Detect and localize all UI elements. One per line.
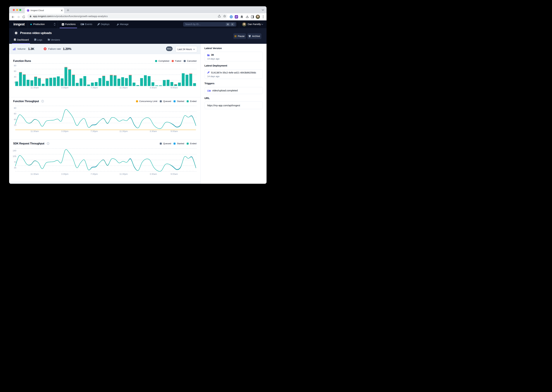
svg-text:9:00am: 9:00am: [171, 173, 178, 175]
svg-text:3:30pm: 3:30pm: [61, 86, 68, 89]
svg-text:11:30pm: 11:30pm: [119, 173, 128, 175]
svg-text:7:30pm: 7:30pm: [90, 130, 98, 133]
svg-text:3:30pm: 3:30pm: [61, 173, 68, 175]
svg-text:3:30am: 3:30am: [150, 173, 157, 175]
svg-text:11:30am: 11:30am: [30, 130, 39, 133]
svg-text:70: 70: [14, 161, 16, 163]
svg-text:3:30am: 3:30am: [150, 130, 157, 133]
svg-text:80: 80: [14, 64, 16, 67]
svg-text:11:30am: 11:30am: [30, 86, 39, 89]
svg-text:80: 80: [14, 107, 16, 109]
svg-text:7:30pm: 7:30pm: [90, 86, 98, 89]
svg-text:3:30pm: 3:30pm: [61, 130, 68, 133]
svg-text:11:30am: 11:30am: [30, 173, 39, 175]
svg-text:9:00am: 9:00am: [171, 130, 178, 133]
svg-text:20: 20: [14, 124, 16, 126]
svg-text:105: 105: [13, 155, 16, 158]
svg-text:140: 140: [13, 149, 16, 152]
svg-text:11:30pm: 11:30pm: [119, 130, 128, 133]
svg-text:40: 40: [14, 76, 16, 78]
svg-text:35: 35: [14, 167, 16, 169]
svg-text:3:30am: 3:30am: [150, 86, 157, 89]
svg-text:60: 60: [14, 70, 16, 72]
svg-text:11:30pm: 11:30pm: [119, 86, 128, 89]
svg-text:7:30pm: 7:30pm: [90, 173, 98, 175]
svg-text:40: 40: [14, 118, 16, 121]
svg-text:60: 60: [14, 112, 16, 115]
svg-text:9:00am: 9:00am: [171, 86, 178, 89]
